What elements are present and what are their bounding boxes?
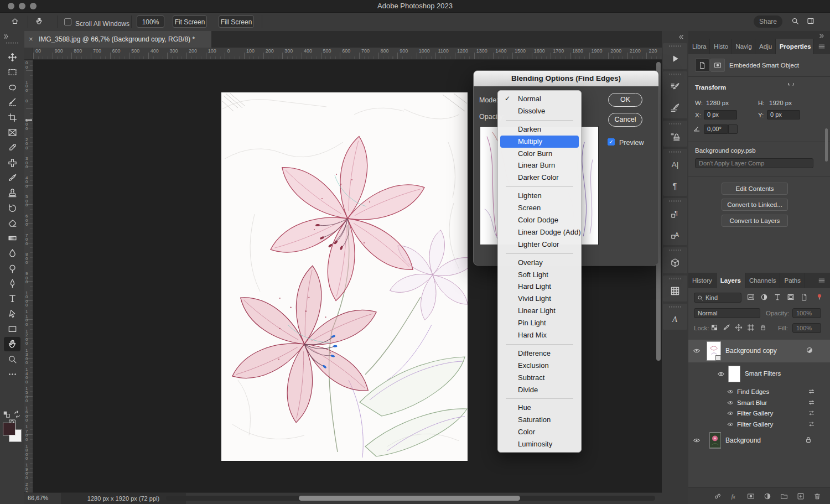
move-tool[interactable] xyxy=(4,50,20,64)
blend-mode-saturation[interactable]: Saturation xyxy=(498,414,581,426)
angle-input[interactable]: 0,00° xyxy=(704,124,728,134)
brush-settings-panel-icon[interactable] xyxy=(663,76,687,97)
filter-mask-thumbnail[interactable] xyxy=(728,366,740,382)
blend-mode-darken[interactable]: Darken xyxy=(498,123,581,136)
canvas-horizontal-scrollbar[interactable] xyxy=(166,496,655,501)
smart-filter-filter-gallery[interactable]: Filter Gallery xyxy=(688,408,830,419)
scroll-all-windows-checkbox[interactable] xyxy=(64,18,71,25)
spot-healing-tool[interactable] xyxy=(4,155,20,170)
workspace-chevron-icon[interactable] xyxy=(818,19,824,25)
tab-properties[interactable]: Properties xyxy=(776,39,813,54)
layer-visibility-eye-icon[interactable] xyxy=(693,437,701,444)
ok-button[interactable]: OK xyxy=(608,93,642,107)
workspace-icon[interactable] xyxy=(807,17,815,25)
search-icon[interactable] xyxy=(791,17,799,25)
filter-adjustment-layers-icon[interactable] xyxy=(760,293,768,301)
filter-smart-object-icon[interactable] xyxy=(800,293,808,301)
gradient-tool[interactable] xyxy=(4,231,20,246)
actions-panel-icon[interactable] xyxy=(663,48,687,69)
blend-mode-darker-color[interactable]: Darker Color xyxy=(498,172,581,184)
fill-select[interactable]: 100% xyxy=(792,323,821,333)
smart-filter-find-edges[interactable]: Find Edges xyxy=(688,387,830,397)
share-button[interactable]: Share xyxy=(754,15,782,28)
blend-mode-linear-light[interactable]: Linear Light xyxy=(498,305,581,317)
blend-mode-difference[interactable]: Difference xyxy=(498,347,581,360)
delete-layer-trash-icon[interactable] xyxy=(812,491,822,501)
layer-visibility-eye-icon[interactable] xyxy=(693,347,701,355)
smart-filter-indicator-icon[interactable] xyxy=(806,346,813,354)
blend-mode-dissolve[interactable]: Dissolve xyxy=(498,105,581,117)
blend-mode-color-dodge[interactable]: Color Dodge xyxy=(498,214,581,226)
blend-mode-divide[interactable]: Divide xyxy=(498,384,581,396)
blend-mode-overlay[interactable]: Overlay xyxy=(498,257,581,269)
filter-eye-icon[interactable] xyxy=(727,410,734,417)
add-layer-mask-icon[interactable] xyxy=(746,491,756,501)
blend-mode-select[interactable]: Normal xyxy=(694,308,760,318)
blend-mode-hue[interactable]: Hue xyxy=(498,402,581,414)
filter-eye-icon[interactable] xyxy=(727,399,734,406)
new-layer-icon[interactable] xyxy=(796,491,806,501)
tab-layers[interactable]: Layers xyxy=(717,273,745,288)
lasso-tool[interactable] xyxy=(4,80,20,95)
home-icon[interactable] xyxy=(11,17,19,25)
hand-tool[interactable] xyxy=(4,337,20,351)
lock-all-icon[interactable] xyxy=(759,324,767,331)
panel-menu-icon[interactable] xyxy=(813,39,830,54)
tab-channels[interactable]: Channels xyxy=(745,273,781,288)
document-tab[interactable]: × IMG_3588.jpg @ 66,7% (Background copy,… xyxy=(24,31,211,48)
layer-effects-fx-icon[interactable]: fx xyxy=(729,491,739,501)
layer-thumbnail[interactable] xyxy=(709,432,721,449)
reset-transform-icon[interactable] xyxy=(787,83,795,91)
smart-filters-eye-icon[interactable] xyxy=(717,370,725,378)
brush-tool[interactable] xyxy=(4,170,20,185)
more-tool[interactable] xyxy=(4,367,20,381)
layer-row-background-copy[interactable]: Background copy xyxy=(688,340,830,362)
layer-comp-select[interactable]: Don't Apply Layer Comp xyxy=(695,158,813,168)
clone-source-panel-icon[interactable] xyxy=(663,126,687,147)
blend-mode-soft-light[interactable]: Soft Light xyxy=(498,269,581,281)
lock-paint-icon[interactable] xyxy=(723,324,730,331)
glyphs-panel-icon[interactable]: A xyxy=(663,309,687,330)
character-styles-panel-icon[interactable]: A xyxy=(663,224,687,245)
blend-mode-linear-dodge-add[interactable]: Linear Dodge (Add) xyxy=(498,226,581,238)
object-selection-tool[interactable] xyxy=(4,95,20,110)
hand-tool-icon[interactable] xyxy=(35,17,43,25)
properties-scrollbar[interactable] xyxy=(825,128,828,162)
blend-mode-hard-mix[interactable]: Hard Mix xyxy=(498,329,581,341)
filter-eye-icon[interactable] xyxy=(727,388,734,395)
fill-screen-button[interactable]: Fill Screen xyxy=(219,15,254,28)
lock-artboard-icon[interactable] xyxy=(747,324,755,331)
path-selection-tool[interactable] xyxy=(4,306,20,321)
filter-blend-options-icon[interactable] xyxy=(808,399,815,406)
history-brush-tool[interactable] xyxy=(4,201,20,215)
blend-mode-lighter-color[interactable]: Lighter Color xyxy=(498,238,581,251)
smart-filter-filter-gallery[interactable]: Filter Gallery xyxy=(688,419,830,430)
link-layers-icon[interactable] xyxy=(713,491,723,501)
opacity-select[interactable]: 100% xyxy=(792,308,821,318)
smart-object-badge-icon[interactable] xyxy=(695,59,709,72)
blend-mode-normal[interactable]: ✓Normal xyxy=(498,93,581,105)
filter-shape-layers-icon[interactable] xyxy=(787,293,795,301)
zoom-100-button[interactable]: 100% xyxy=(137,15,164,28)
blend-mode-luminosity[interactable]: Luminosity xyxy=(498,438,581,450)
new-group-folder-icon[interactable] xyxy=(779,491,789,501)
blend-mode-pin-light[interactable]: Pin Light xyxy=(498,317,581,329)
tab-adjustments[interactable]: Adju xyxy=(755,39,776,54)
preview-checkbox[interactable]: ✓ xyxy=(608,138,615,146)
edit-contents-button[interactable]: Edit Contents xyxy=(722,183,788,195)
y-input[interactable]: 0 px xyxy=(767,110,800,119)
blend-mode-screen[interactable]: Screen xyxy=(498,202,581,214)
smart-filter-smart-blur[interactable]: Smart Blur xyxy=(688,398,830,408)
filter-toggle-icon[interactable] xyxy=(816,293,823,300)
collapse-filters-chevron-icon[interactable] xyxy=(818,347,824,353)
fit-screen-button[interactable]: Fit Screen xyxy=(173,15,207,28)
convert-to-layers-button[interactable]: Convert to Layers xyxy=(722,215,788,227)
layer-row-background[interactable]: Background xyxy=(688,429,830,452)
close-tab-icon[interactable]: × xyxy=(29,31,33,48)
horizontal-ruler[interactable]: 0090080070060050040030020010001002003004… xyxy=(24,48,662,60)
layer-thumbnail[interactable] xyxy=(707,341,721,361)
blend-mode-exclusion[interactable]: Exclusion xyxy=(498,360,581,372)
horizontal-scroll-thumb[interactable] xyxy=(299,496,520,501)
blend-mode-hard-light[interactable]: Hard Light xyxy=(498,280,581,293)
expand-tools-icon[interactable] xyxy=(2,33,10,40)
